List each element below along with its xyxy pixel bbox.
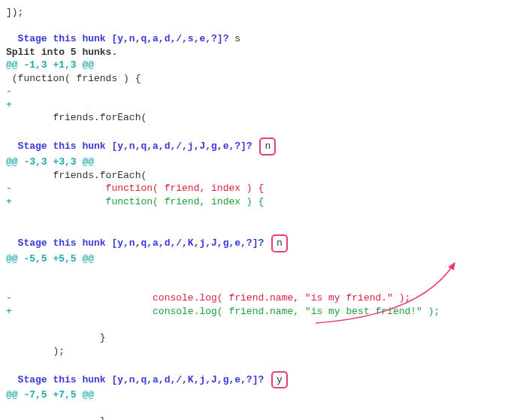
prompt-line[interactable]: Stage this hunk [y,n,q,a,d,/,s,e,?]? s	[6, 20, 520, 46]
prompt-line[interactable]: Stage this hunk [y,n,q,a,d,/,j,J,g,e,?]?…	[6, 125, 520, 156]
answer-highlight-y: y	[271, 371, 288, 389]
split-notice: Split into 5 hunks.	[6, 46, 520, 59]
prompt-text: Stage this hunk [y,n,q,a,d,/,K,j,J,g,e,?…	[18, 237, 265, 249]
blank	[6, 279, 520, 292]
added-line: + function( friend, index ) {	[6, 195, 520, 209]
removed-line: - console.log( friend.name, "is my frien…	[6, 292, 520, 305]
context-line: }	[6, 415, 520, 420]
added-line: + console.log( friend.name, "is my best …	[6, 305, 520, 319]
blank	[6, 265, 520, 279]
added-line: +	[6, 98, 520, 112]
hunk-header: @@ -5,5 +5,5 @@	[6, 252, 520, 266]
removed-line: -	[6, 85, 520, 98]
user-answer: s	[228, 33, 240, 44]
context-line: (function( friends ) {	[6, 72, 520, 86]
answer-highlight-n: n	[271, 234, 288, 252]
blank	[6, 208, 520, 222]
prompt-text: Stage this hunk [y,n,q,a,d,/,s,e,?]?	[18, 33, 229, 44]
context-line: friends.forEach(	[6, 169, 520, 183]
answer-highlight-n: n	[259, 137, 276, 156]
output-line: ]);	[6, 6, 520, 20]
prompt-text: Stage this hunk [y,n,q,a,d,/,j,J,g,e,?]?	[18, 141, 252, 152]
hunk-header: @@ -7,5 +7,5 @@	[6, 388, 520, 402]
prompt-line[interactable]: Stage this hunk [y,n,q,a,d,/,K,j,J,g,e,?…	[6, 358, 520, 388]
blank	[6, 319, 520, 332]
context-line: );	[6, 345, 520, 358]
removed-line: - function( friend, index ) {	[6, 182, 520, 195]
hunk-header: @@ -1,3 +1,3 @@	[6, 59, 520, 72]
prompt-text: Stage this hunk [y,n,q,a,d,/,K,j,J,g,e,?…	[18, 374, 265, 385]
context-line: friends.forEach(	[6, 111, 520, 125]
blank	[6, 402, 520, 415]
context-line: }	[6, 331, 520, 345]
hunk-header: @@ -3,3 +3,3 @@	[6, 156, 520, 169]
prompt-line[interactable]: Stage this hunk [y,n,q,a,d,/,K,j,J,g,e,?…	[6, 222, 520, 252]
